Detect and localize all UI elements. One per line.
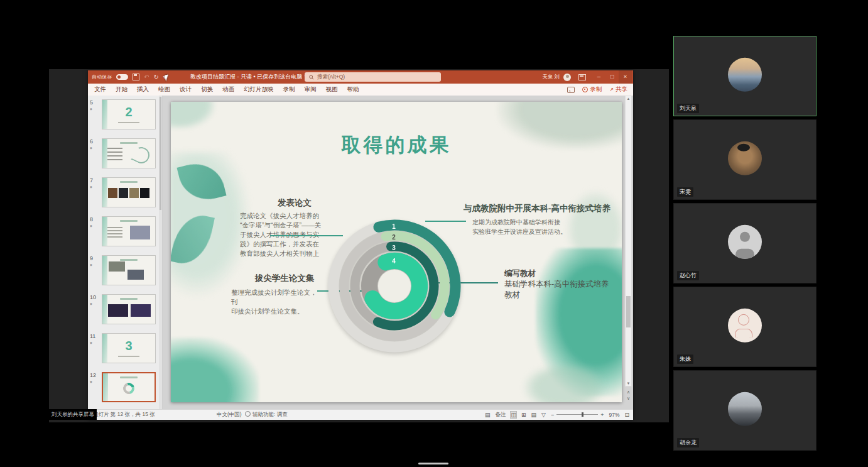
zoom-out-icon[interactable]: − — [551, 412, 554, 418]
ring-label-4: 4 — [392, 258, 396, 265]
slide-scrollbar[interactable]: ▲ ▼ — [625, 96, 632, 387]
participant-tile[interactable]: 刘天泉 — [673, 36, 816, 116]
slide-number: 9 — [90, 255, 93, 261]
participant-avatar — [728, 309, 762, 343]
autosave-toggle[interactable] — [116, 74, 128, 80]
ribbon-tab[interactable]: 设计 — [180, 85, 192, 94]
animation-indicator-icon: ◆ — [90, 185, 92, 189]
zoom-in-icon[interactable]: + — [600, 412, 604, 418]
section-body-collection: 整理完成拔尖计划学生论文，刊 印拔尖计划学生论文集。 — [231, 288, 319, 316]
slide-sorter-view-icon[interactable]: ⊞ — [521, 412, 526, 418]
slide-thumbnail-preview[interactable]: 2 — [102, 99, 156, 129]
slide-thumbnail[interactable]: 5 ◆ 2 — [88, 99, 162, 131]
slide-thumbnail-preview[interactable] — [102, 255, 156, 285]
slide-number: 8 — [90, 216, 93, 223]
next-slide-button[interactable]: ∨ — [627, 396, 630, 400]
ribbon-tab[interactable]: 审阅 — [305, 85, 317, 94]
titlebar-right-controls: 天泉 刘 – □ × — [542, 70, 632, 84]
participant-list: 刘天泉 宋雯 赵心竹 朱姝 胡余龙 — [673, 36, 816, 451]
thumbnail-title-line — [120, 376, 138, 378]
ribbon-tab[interactable]: 视图 — [326, 85, 338, 94]
slide-thumbnail[interactable]: 6 ◆ — [88, 138, 162, 170]
minimize-button[interactable]: – — [592, 70, 605, 84]
slide-title: 取得的成果 — [171, 132, 622, 158]
ribbon-tab[interactable]: 切换 — [201, 85, 213, 94]
normal-view-icon[interactable]: ◫ — [511, 412, 516, 418]
search-input[interactable]: 搜索(Alt+Q) — [305, 72, 441, 82]
language-indicator[interactable]: 中文(中国) — [217, 410, 242, 419]
ribbon-display-options-icon[interactable] — [578, 74, 586, 80]
slide-thumbnail-preview[interactable] — [102, 138, 156, 168]
notes-button[interactable]: 备注 — [495, 411, 506, 419]
record-button[interactable]: 录制 — [582, 85, 602, 94]
ribbon-right-controls: 录制 ↗共享 — [567, 84, 627, 96]
reading-view-icon[interactable]: ▤ — [531, 412, 536, 418]
thumbnail-panel-scrollbar[interactable] — [159, 96, 162, 410]
slide-thumbnail-preview[interactable] — [102, 216, 156, 246]
avatar-detail — [735, 329, 752, 338]
current-slide: 取得的成果 发表论文 完成论文《拔尖人才培养的“金字塔”与“倒金子塔”——关于拔… — [171, 102, 622, 402]
participant-tile[interactable]: 朱姝 — [673, 287, 816, 367]
participant-tile[interactable]: 赵心竹 — [673, 203, 816, 283]
scroll-up-icon[interactable]: ▲ — [626, 97, 631, 101]
autosave-label: 自动保存 — [92, 74, 112, 80]
ribbon-tab[interactable]: 开始 — [116, 85, 127, 94]
thumbnail-number-column: 9 ◆ — [88, 255, 99, 287]
slide-thumbnail[interactable]: 9 ◆ — [88, 255, 162, 287]
animation-indicator-icon: ◆ — [90, 263, 92, 266]
ribbon-tab[interactable]: 帮助 — [347, 85, 359, 94]
participant-avatar — [728, 392, 762, 426]
undo-icon[interactable]: ↶ — [144, 70, 149, 84]
zoom-slider-track[interactable] — [556, 414, 598, 415]
participant-tile[interactable]: 胡余龙 — [673, 370, 816, 451]
slide-thumbnail[interactable]: 7 ◆ — [88, 177, 162, 209]
zoom-slider-knob[interactable] — [582, 412, 583, 417]
watercolor-decoration — [536, 248, 622, 396]
scrollbar-thumb[interactable] — [626, 296, 631, 327]
animation-indicator-icon: ◆ — [90, 107, 92, 111]
zoom-slider[interactable]: − + — [551, 412, 604, 418]
previous-slide-button[interactable]: ∧ — [627, 390, 630, 394]
thumbnail-number-column: 11 ◆ — [88, 333, 99, 365]
slide-thumbnail[interactable]: 11 ◆ 3 — [88, 333, 162, 365]
share-button[interactable]: ↗共享 — [609, 85, 627, 94]
ribbon-tabs: 文件开始插入绘图设计切换动画幻灯片放映录制审阅视图帮助 — [94, 84, 359, 96]
participant-tile[interactable]: 宋雯 — [673, 119, 816, 200]
slide-number: 7 — [90, 177, 93, 184]
ribbon-tab[interactable]: 绘图 — [158, 85, 170, 94]
accessibility-status[interactable]: 辅助功能: 调查 — [245, 410, 288, 419]
account-avatar[interactable] — [563, 74, 571, 81]
close-button[interactable]: × — [619, 70, 632, 84]
zoom-level[interactable]: 97% — [609, 412, 619, 418]
slide-thumbnail-preview[interactable]: 3 — [102, 333, 156, 363]
slide-thumbnail-preview[interactable] — [102, 372, 156, 402]
record-dot-icon — [582, 87, 588, 92]
quick-access-toolbar: 自动保存 ↶ ↻ ▾ — [92, 70, 166, 84]
scroll-down-icon[interactable]: ▼ — [626, 382, 631, 385]
slideshow-view-icon[interactable]: ▽ — [541, 412, 546, 418]
fit-slide-icon[interactable]: ⊡ — [624, 412, 629, 418]
ppt-titlebar: 自动保存 ↶ ↻ ▾ 教改项目结题汇报 - 只读 • 已保存到这台电脑 ∨ 搜索… — [88, 70, 633, 84]
account-name[interactable]: 天泉 刘 — [542, 74, 560, 81]
ribbon-tab[interactable]: 插入 — [137, 85, 149, 94]
participant-name: 胡余龙 — [677, 438, 699, 448]
ribbon-tab[interactable]: 幻灯片放映 — [244, 85, 274, 94]
ribbon-tab[interactable]: 录制 — [283, 85, 295, 94]
watercolor-decoration — [171, 152, 250, 297]
thumbnail-title-line — [120, 220, 138, 222]
thumbnail-number-column: 6 ◆ — [88, 138, 99, 170]
ribbon-tab[interactable]: 动画 — [222, 85, 234, 94]
slide-thumbnail[interactable]: 8 ◆ — [88, 216, 162, 248]
maximize-button[interactable]: □ — [605, 70, 619, 84]
comments-icon[interactable] — [567, 87, 575, 93]
document-title[interactable]: 教改项目结题汇报 - 只读 • 已保存到这台电脑 ∨ — [190, 70, 308, 84]
redo-icon[interactable]: ↻ — [153, 70, 158, 84]
slide-number: 12 — [90, 372, 96, 378]
slide-thumbnail-preview[interactable] — [102, 177, 156, 207]
slide-thumbnail[interactable]: 12 ◆ — [88, 372, 162, 404]
slide-thumbnail-preview[interactable] — [102, 294, 156, 324]
save-icon[interactable] — [133, 74, 139, 80]
section-body-textbook: 基础学科本科-高中衔接式培养 教材 — [504, 279, 617, 300]
ribbon-tab[interactable]: 文件 — [94, 85, 106, 94]
slide-thumbnail[interactable]: 10 ◆ — [88, 294, 162, 326]
